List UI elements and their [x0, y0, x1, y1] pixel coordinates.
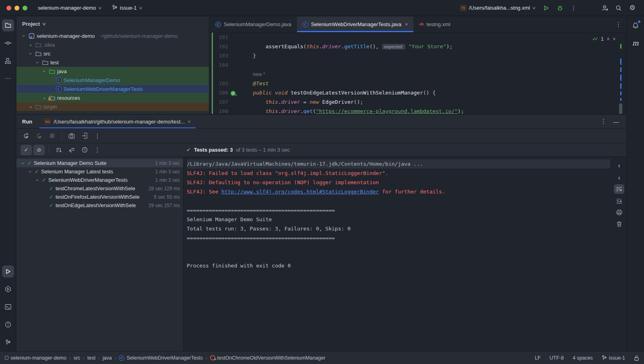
test-tree-row[interactable]: ›✓SeleniumWebDriverManagerTests1 min 3 s…	[17, 176, 183, 184]
editor-tab[interactable]: CSeleniumWebDriverManagerTests.java×	[297, 16, 413, 32]
clear-console-button[interactable]	[614, 219, 624, 229]
test-tree-row[interactable]: ›✓Selenium Manager Latest tests1 min 3 s…	[17, 167, 183, 176]
settings-button[interactable]: ⚙	[626, 2, 638, 14]
code-line[interactable]: 107 this.driver = new EdgeDriver();	[210, 97, 626, 107]
show-ignored-filter-button[interactable]: ⊘	[33, 145, 45, 155]
structure-tool-button[interactable]	[2, 55, 14, 67]
chevron-collapsed-icon[interactable]: ›	[28, 104, 33, 110]
chevron-expanded-icon[interactable]: ›	[21, 33, 27, 39]
test-tree-row[interactable]: ✓testOnEdgeLatestVersionWithSele29 sec 1…	[17, 201, 183, 210]
project-tree-row[interactable]: ›.idea	[17, 40, 209, 49]
more-actions-button[interactable]: ⋮	[568, 2, 580, 14]
chevron-collapsed-icon[interactable]: ›	[42, 95, 47, 101]
code-line[interactable]: 102 assertEquals(this.driver.getTitle(),…	[210, 42, 626, 51]
project-panel-header[interactable]: Project ∨	[17, 16, 209, 31]
console[interactable]: /Library/Java/JavaVirtualMachines/temuri…	[184, 157, 626, 351]
breadcrumb-item[interactable]: java	[103, 355, 112, 361]
chevron-expanded-icon[interactable]: ›	[20, 161, 26, 166]
write-access-toggle[interactable]	[634, 355, 639, 361]
sort-by-duration-button[interactable]	[53, 145, 64, 155]
test-tree-row[interactable]: ›✓Selenium Manager Demo Suite1 min 3 sec	[17, 159, 183, 167]
chevron-expanded-icon[interactable]: ›	[35, 178, 40, 183]
inspection-widget[interactable]: ✓✓ 1 ∧ ∨	[592, 36, 616, 42]
project-tree-row[interactable]: ›java	[17, 67, 209, 76]
run-tool-button[interactable]	[2, 265, 14, 278]
navigate-with-selection-button[interactable]	[66, 145, 77, 155]
close-icon[interactable]: ×	[405, 22, 408, 27]
editor-scrollbar[interactable]	[619, 44, 623, 112]
project-tree-row[interactable]: ›selenium-manager-demo~/github/selenium-…	[17, 31, 209, 40]
rerun-failed-tests-button[interactable]	[33, 131, 45, 141]
git-tool-button[interactable]	[2, 336, 14, 348]
filter-more-button[interactable]: ⋮	[92, 145, 103, 155]
project-switcher[interactable]: selenium-manager-demo ∨	[35, 3, 105, 13]
chevron-expanded-icon[interactable]: ›	[27, 169, 33, 174]
terminal-tool-button[interactable]	[2, 301, 14, 313]
test-tree-row[interactable]: ✓testOnFirefoxLatestVersionWithSele5 sec…	[17, 193, 183, 201]
run-configuration-selector[interactable]: Ts /Users/faisalkha...stng.xml ∨	[457, 3, 539, 13]
encoding-selector[interactable]: UTF-8	[549, 355, 564, 361]
run-test-gutter-icon[interactable]: ✓	[231, 91, 235, 96]
prev-problem-button[interactable]: ∧	[607, 36, 610, 41]
soft-wrap-button[interactable]	[614, 184, 624, 194]
notifications-button[interactable]	[630, 19, 642, 31]
branch-widget[interactable]: issue-1	[602, 355, 625, 361]
tab-options-button[interactable]: ⋮	[615, 21, 621, 28]
up-stack-trace-button[interactable]: ↑	[614, 161, 624, 171]
run-button[interactable]	[540, 2, 552, 14]
run-panel-options-button[interactable]: ⋮	[601, 118, 607, 125]
breadcrumb-item[interactable]: test	[87, 355, 95, 361]
maven-tool-button[interactable]: m	[630, 37, 642, 49]
run-tab[interactable]: NG /Users/faisalkhatri/github/selenium-m…	[39, 115, 195, 128]
rerun-button[interactable]	[21, 131, 32, 141]
project-tree-row[interactable]: ›src	[17, 49, 209, 58]
minimize-window-button[interactable]	[14, 6, 19, 10]
chevron-expanded-icon[interactable]: ›	[41, 69, 47, 74]
run-toolbar-more-button[interactable]: ⋮	[92, 131, 103, 141]
line-ending-selector[interactable]: LF	[535, 355, 541, 361]
indent-selector[interactable]: 4 spaces	[573, 355, 593, 361]
code-line[interactable]: 103 }	[210, 51, 626, 60]
code-with-me-button[interactable]	[599, 2, 611, 14]
breadcrumb-item[interactable]: src	[74, 355, 80, 361]
capture-snapshot-button[interactable]	[66, 131, 77, 141]
show-passed-filter-button[interactable]: ✓	[21, 145, 32, 155]
hide-panel-button[interactable]: —	[613, 118, 619, 125]
problems-tool-button[interactable]	[2, 319, 14, 331]
search-everywhere-button[interactable]	[613, 2, 625, 14]
zoom-window-button[interactable]	[23, 6, 27, 10]
editor-tab[interactable]: CSeleniumManagerDemo.java	[210, 16, 297, 32]
test-tree-row[interactable]: ✓testChromeLatestVersionWithSele28 sec 1…	[17, 184, 183, 193]
code-line[interactable]: 106✓ public void testOnEdgeLatestVersion…	[210, 88, 626, 97]
more-tools-button[interactable]: ⋯	[2, 72, 14, 84]
down-stack-trace-button[interactable]: ↓	[614, 173, 624, 182]
chevron-collapsed-icon[interactable]: ›	[28, 42, 33, 48]
code-line[interactable]: 104	[210, 60, 626, 70]
commit-tool-button[interactable]	[2, 37, 14, 49]
close-icon[interactable]: ×	[188, 119, 191, 125]
code-line[interactable]: 101	[210, 33, 626, 42]
chevron-expanded-icon[interactable]: ›	[35, 60, 41, 65]
scrollbar-thumb[interactable]	[619, 103, 622, 114]
print-button[interactable]	[614, 208, 624, 217]
code-line[interactable]: new *	[210, 70, 626, 79]
code-line[interactable]: 108 this.driver.get("https://ecommerce-p…	[210, 107, 626, 114]
test-history-button[interactable]	[79, 145, 90, 155]
breadcrumb-item[interactable]: selenium-manager-demo	[5, 355, 66, 361]
project-tree-row[interactable]: ›test	[17, 58, 209, 67]
debug-button[interactable]	[554, 2, 566, 14]
services-tool-button[interactable]	[2, 283, 14, 295]
stop-button[interactable]	[46, 131, 58, 141]
scroll-to-end-button[interactable]	[614, 196, 624, 206]
breadcrumb-item[interactable]: testOnChromeOldVersionWithSeleniumManage…	[210, 355, 326, 361]
close-window-button[interactable]	[6, 6, 11, 10]
code-line[interactable]: 105 @Test	[210, 79, 626, 88]
import-tests-button[interactable]	[79, 131, 90, 141]
next-problem-button[interactable]: ∨	[613, 36, 616, 41]
project-tree-row[interactable]: CSeleniumManagerDemo	[17, 76, 209, 84]
project-tool-button[interactable]	[2, 19, 14, 31]
project-tree-row[interactable]: ›resources	[17, 93, 209, 102]
code-area[interactable]: 101102 assertEquals(this.driver.getTitle…	[210, 33, 626, 114]
editor-tab[interactable]: </>testng.xml	[413, 16, 456, 32]
branch-switcher[interactable]: issue-1 ∨	[109, 3, 145, 13]
